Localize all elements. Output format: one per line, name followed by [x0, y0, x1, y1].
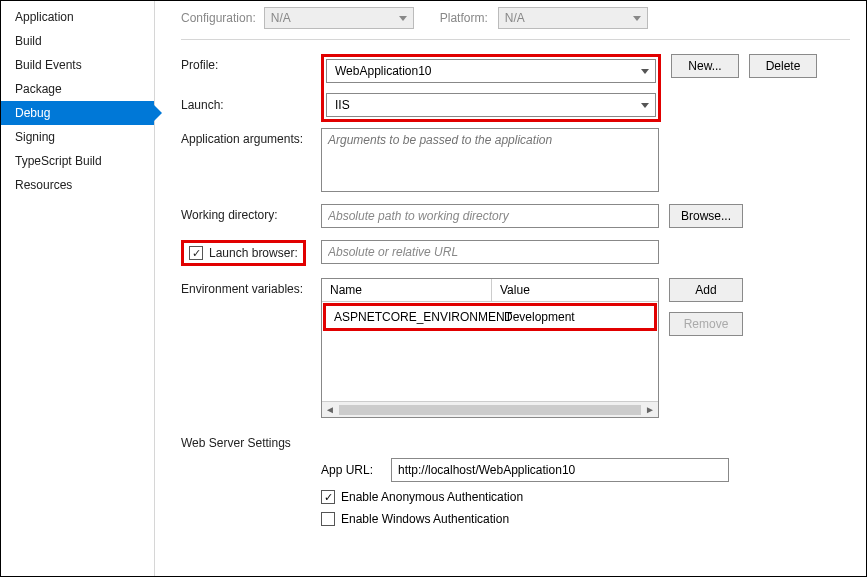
scroll-right-icon[interactable]: ►	[642, 404, 658, 415]
project-properties-window: Application Build Build Events Package D…	[0, 0, 867, 577]
anon-auth-checkbox[interactable]	[321, 490, 335, 504]
platform-value: N/A	[505, 11, 525, 25]
win-auth-checkbox[interactable]	[321, 512, 335, 526]
new-profile-button[interactable]: New...	[671, 54, 739, 78]
launch-browser-label: Launch browser:	[209, 246, 298, 260]
working-directory-row: Working directory: Browse...	[181, 204, 850, 228]
launch-select[interactable]: IIS	[326, 93, 656, 117]
nav-item-typescript-build[interactable]: TypeScript Build	[1, 149, 154, 173]
env-vars-row: Environment variables: Name Value ASPNET…	[181, 278, 850, 418]
launch-browser-row: Launch browser:	[181, 240, 850, 266]
highlight-launch-browser: Launch browser:	[181, 240, 306, 266]
add-env-button[interactable]: Add	[669, 278, 743, 302]
env-row-value: Development	[496, 306, 654, 328]
highlight-env-row: ASPNETCORE_ENVIRONMENT Development	[323, 303, 657, 331]
win-auth-label: Enable Windows Authentication	[341, 512, 509, 526]
configuration-label: Configuration:	[181, 11, 256, 25]
highlight-profile-launch: WebApplication10 IIS	[321, 54, 661, 122]
platform-dropdown: N/A	[498, 7, 648, 29]
scroll-track[interactable]	[339, 405, 641, 415]
web-server-settings-heading: Web Server Settings	[181, 436, 850, 450]
table-row[interactable]: ASPNETCORE_ENVIRONMENT Development	[326, 306, 654, 328]
anon-auth-row: Enable Anonymous Authentication	[321, 490, 850, 504]
app-url-label: App URL:	[321, 463, 391, 477]
anon-auth-label: Enable Anonymous Authentication	[341, 490, 523, 504]
working-directory-input[interactable]	[321, 204, 659, 228]
nav-item-build[interactable]: Build	[1, 29, 154, 53]
env-col-name: Name	[322, 279, 492, 301]
app-url-input[interactable]	[391, 458, 729, 482]
nav-item-resources[interactable]: Resources	[1, 173, 154, 197]
web-server-settings: App URL: Enable Anonymous Authentication…	[181, 458, 850, 526]
chevron-down-icon	[641, 69, 649, 74]
launch-value: IIS	[335, 98, 350, 112]
win-auth-row: Enable Windows Authentication	[321, 512, 850, 526]
launch-browser-checkbox[interactable]	[189, 246, 203, 260]
env-vars-label: Environment variables:	[181, 278, 321, 296]
nav-sidebar: Application Build Build Events Package D…	[1, 1, 155, 576]
chevron-down-icon	[633, 16, 641, 21]
env-col-value: Value	[492, 279, 658, 301]
profile-select[interactable]: WebApplication10	[326, 59, 656, 83]
env-vars-grid[interactable]: Name Value ASPNETCORE_ENVIRONMENT Develo…	[321, 278, 659, 418]
delete-profile-button[interactable]: Delete	[749, 54, 817, 78]
nav-item-package[interactable]: Package	[1, 77, 154, 101]
remove-env-button[interactable]: Remove	[669, 312, 743, 336]
browse-button[interactable]: Browse...	[669, 204, 743, 228]
working-directory-label: Working directory:	[181, 204, 321, 222]
chevron-down-icon	[641, 103, 649, 108]
platform-label: Platform:	[440, 11, 488, 25]
launch-browser-url-input[interactable]	[321, 240, 659, 264]
nav-item-debug[interactable]: Debug	[1, 101, 154, 125]
app-url-row: App URL:	[321, 458, 850, 482]
app-args-row: Application arguments:	[181, 128, 850, 192]
app-args-label: Application arguments:	[181, 128, 321, 146]
launch-label: Launch:	[181, 94, 321, 112]
scroll-left-icon[interactable]: ◄	[322, 404, 338, 415]
env-vars-header: Name Value	[322, 279, 658, 302]
env-row-name: ASPNETCORE_ENVIRONMENT	[326, 306, 496, 328]
separator	[181, 39, 850, 40]
profile-value: WebApplication10	[335, 64, 432, 78]
profile-label: Profile:	[181, 54, 321, 72]
nav-item-build-events[interactable]: Build Events	[1, 53, 154, 77]
main-panel: Configuration: N/A Platform: N/A Profile…	[155, 1, 866, 576]
nav-item-application[interactable]: Application	[1, 5, 154, 29]
nav-item-signing[interactable]: Signing	[1, 125, 154, 149]
config-bar: Configuration: N/A Platform: N/A	[181, 7, 850, 29]
configuration-dropdown: N/A	[264, 7, 414, 29]
env-vars-body: ASPNETCORE_ENVIRONMENT Development	[322, 302, 658, 401]
configuration-value: N/A	[271, 11, 291, 25]
horizontal-scrollbar[interactable]: ◄ ►	[322, 401, 658, 417]
chevron-down-icon	[399, 16, 407, 21]
app-args-input[interactable]	[321, 128, 659, 192]
